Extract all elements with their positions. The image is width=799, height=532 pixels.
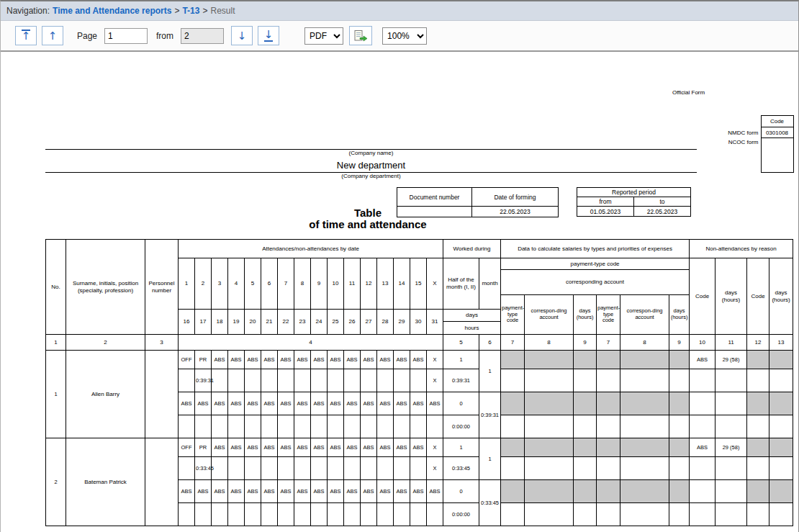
salary-cell	[574, 415, 597, 438]
date-col-header: 6	[261, 258, 278, 310]
day-hours-cell	[179, 415, 195, 438]
salary-cell	[620, 457, 669, 480]
first-page-button[interactable]: ↑	[15, 26, 37, 45]
corresponding-account-row-header: corresponding account	[501, 270, 690, 295]
name-cell: Allen Barry	[66, 351, 145, 438]
salary-cell	[669, 503, 690, 526]
day-code-cell: ABS	[328, 480, 344, 503]
day-hours-cell	[328, 503, 344, 526]
day-hours-cell	[278, 369, 294, 392]
breadcrumb-link-reports[interactable]: Time and Attendance reports	[53, 6, 171, 16]
day-code-cell: ABS	[179, 480, 195, 503]
salary-cell	[501, 457, 525, 480]
code-box-spacer	[725, 116, 761, 127]
day-hours-cell	[179, 503, 195, 526]
report-title-line2: of time and attendance	[289, 219, 447, 230]
day-hours-cell	[410, 415, 427, 438]
half-hours-cell: 0:00:00	[443, 503, 479, 526]
day-code-cell: OFF	[179, 351, 195, 369]
salary-cell	[525, 351, 574, 369]
next-page-button[interactable]: ↓	[231, 26, 253, 45]
format-select[interactable]: PDF	[304, 27, 343, 45]
page-label: Page	[77, 31, 97, 41]
day-hours-cell	[361, 457, 377, 480]
nonatt-days2-cell	[769, 438, 793, 457]
date-col-header: 31	[427, 310, 443, 335]
period-from-value: 01.05.2023	[577, 207, 634, 217]
day-hours-cell	[328, 457, 344, 480]
employee-codes-row-first-half: 2Bateman PatrickOFFPRABSABSABSABSABSABSA…	[46, 438, 793, 457]
nonatt-days-cell	[716, 392, 747, 415]
day-code-cell: ABS	[377, 392, 394, 415]
nonatt-code2-cell	[747, 480, 769, 503]
last-page-button[interactable]: ↓	[258, 26, 279, 45]
salary-cell	[525, 438, 574, 457]
day-code-cell: ABS	[278, 392, 294, 415]
nonatt-days2-cell	[769, 392, 793, 415]
column-number: 10	[690, 335, 716, 351]
day-hours-cell	[377, 457, 394, 480]
salary-cell	[525, 480, 574, 503]
date-col-header: 2	[195, 258, 212, 310]
date-col-header: 11	[344, 258, 361, 310]
month-hours-cell: 0:33:45	[479, 480, 501, 526]
nonatt-cell	[690, 503, 716, 526]
day-hours-cell	[195, 503, 212, 526]
day-hours-cell	[212, 415, 228, 438]
day-code-cell: ABS	[212, 351, 228, 369]
days-hours-header-2: days (hours)	[669, 295, 690, 335]
salary-cell	[574, 351, 597, 369]
day-hours-cell	[377, 369, 394, 392]
salary-cell	[597, 480, 620, 503]
day-hours-cell	[261, 415, 278, 438]
personnel-cell	[145, 438, 179, 526]
day-code-cell: ABS	[212, 480, 228, 503]
day-code-cell: ABS	[394, 392, 410, 415]
half-hours-cell: 0:00:00	[443, 415, 479, 438]
column-number: 8	[620, 335, 669, 351]
month-days-cell: 1	[479, 438, 501, 480]
salary-cell	[597, 438, 620, 457]
arrow-up-bar-icon: ↑	[22, 30, 31, 42]
day-hours-cell	[328, 415, 344, 438]
day-code-cell: ABS	[294, 480, 311, 503]
salary-cell	[525, 392, 574, 415]
prev-page-button[interactable]: ↑	[42, 26, 63, 45]
day-hours-cell	[394, 415, 410, 438]
nonatt-cell	[769, 415, 793, 438]
salary-cell	[501, 480, 525, 503]
date-col-header: 15	[410, 258, 427, 310]
nonatt-days2-cell	[769, 351, 793, 369]
no-header: No.	[46, 240, 66, 335]
salary-cell	[669, 480, 690, 503]
nmdc-code-cell: 0301008	[761, 127, 793, 138]
day-code-cell: ABS	[179, 392, 195, 415]
toolbar: ↑ ↑ Page from ↓ ↓ PDF 100%	[1, 21, 798, 52]
breadcrumb-separator: >	[174, 6, 179, 16]
total-pages-input[interactable]	[181, 28, 224, 44]
breadcrumb-current: Result	[210, 6, 235, 16]
zoom-select[interactable]: 100%	[382, 27, 427, 45]
day-code-cell: ABS	[294, 392, 311, 415]
page-input[interactable]	[104, 28, 148, 44]
day-hours-cell	[344, 369, 361, 392]
day-code-cell: PR	[195, 438, 212, 457]
day-code-cell: ABS	[228, 438, 245, 457]
column-number: 11	[716, 335, 747, 351]
day-hours-cell	[394, 369, 410, 392]
day-hours-cell	[311, 415, 328, 438]
salary-cell	[501, 351, 525, 369]
day-hours-cell	[228, 457, 245, 480]
export-button[interactable]	[349, 26, 372, 45]
breadcrumb-link-t13[interactable]: T-13	[182, 6, 199, 16]
column-number: 7	[501, 335, 525, 351]
day-code-cell: ABS	[278, 480, 294, 503]
document-number-header: Document number	[397, 188, 472, 207]
date-col-header: 24	[311, 310, 328, 335]
salary-cell	[620, 480, 669, 503]
day-hours-cell	[228, 369, 245, 392]
day-hours-cell	[311, 457, 328, 480]
date-of-forming-value: 22.05.2023	[472, 207, 559, 217]
day-hours-cell	[410, 369, 427, 392]
day-code-cell: ABS	[245, 351, 261, 369]
